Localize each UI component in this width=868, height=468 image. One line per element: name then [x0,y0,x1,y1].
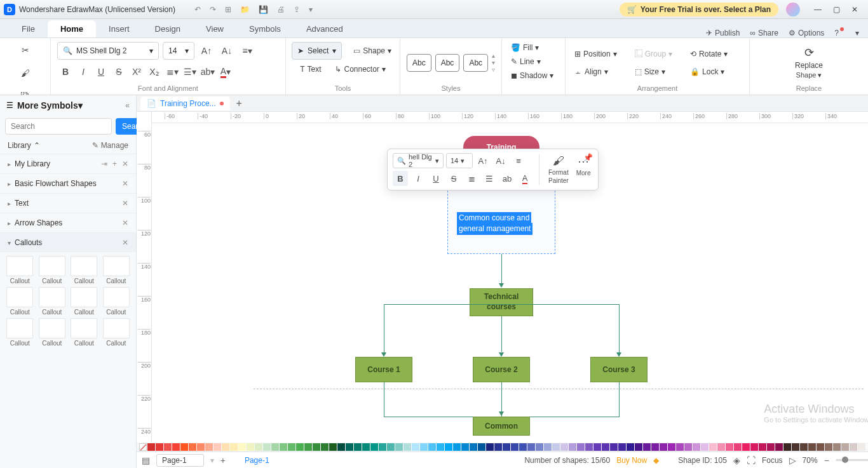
notifications-button[interactable]: ? [834,29,845,37]
position-button[interactable]: ⊞Position▾ [572,48,620,60]
strikethrough-icon[interactable]: S [111,64,127,80]
tab-file[interactable]: File [9,20,48,37]
color-swatch[interactable] [775,443,783,451]
highlight-icon[interactable]: ab▾ [200,64,216,80]
color-swatch[interactable] [767,443,775,451]
rotate-button[interactable]: ⟲Rotate▾ [688,48,730,60]
color-swatch[interactable] [717,443,725,451]
color-swatch[interactable] [833,443,841,451]
subscript-icon[interactable]: X₂ [146,64,163,80]
color-swatch[interactable] [437,443,444,451]
ctx-format-painter[interactable]: 🖌 Format Painter [546,153,571,185]
ctx-increase-font-icon[interactable]: A↑ [475,153,491,168]
shape-technical-courses[interactable]: Technical courses [470,288,533,316]
tab-advanced[interactable]: Advanced [294,20,356,37]
ribbon-collapse-icon[interactable]: ▾ [855,29,859,37]
color-swatch[interactable] [709,443,717,451]
color-swatch[interactable] [503,443,510,451]
color-swatch[interactable] [247,443,254,451]
style-preset-1[interactable]: Abc [407,54,431,72]
color-swatch[interactable] [445,443,452,451]
close-cat-icon[interactable]: ✕ [122,238,128,247]
shape-course-2[interactable]: Course 2 [473,357,530,382]
replace-shape-button[interactable]: ⟳ Replace Shape ▾ [790,43,828,82]
fill-button[interactable]: 🪣Fill▾ [508,42,541,53]
color-swatch[interactable] [461,443,469,451]
cut-icon[interactable]: ✂ [17,42,34,58]
redo-icon[interactable]: ↷ [210,5,216,14]
color-swatch[interactable] [825,443,832,451]
connector[interactable] [619,382,620,417]
open-icon[interactable]: 📁 [240,5,250,14]
maximize-icon[interactable]: ▢ [833,5,840,14]
color-swatch[interactable] [585,443,593,451]
tab-insert[interactable]: Insert [96,20,142,37]
color-swatch[interactable] [329,443,337,451]
close-cat-icon[interactable]: ✕ [122,179,128,188]
color-swatch[interactable] [511,443,519,451]
italic-icon[interactable]: I [75,64,92,80]
ctx-italic-icon[interactable]: I [410,171,426,186]
cat-my-library[interactable]: ▸My Library⇥+✕ [0,154,136,173]
group-button[interactable]: ⿺Group▾ [632,48,675,60]
tab-view[interactable]: View [193,20,236,37]
user-avatar[interactable] [786,3,800,17]
editing-text-line1[interactable]: Common course and [457,212,531,224]
export-icon[interactable]: ⇪ [294,5,300,14]
collapse-panel-icon[interactable]: « [125,101,130,110]
text-tool[interactable]: TText [297,64,323,75]
color-swatch[interactable] [238,443,246,451]
color-swatch[interactable] [701,443,709,451]
qat-dropdown-icon[interactable]: ▾ [309,5,313,14]
save-icon[interactable]: 💾 [259,5,268,14]
close-cat-icon[interactable]: ✕ [122,218,128,227]
lock-button[interactable]: 🔒Lock▾ [688,66,730,77]
color-swatch[interactable] [362,443,370,451]
page-selector[interactable]: Page-1 [156,454,204,467]
color-swatch[interactable] [858,443,865,451]
color-swatch[interactable] [147,443,155,451]
color-swatch[interactable] [263,443,271,451]
color-swatch[interactable] [379,443,386,451]
color-swatch[interactable] [527,443,535,451]
shape-course-1[interactable]: Course 1 [355,357,412,382]
color-swatch[interactable] [478,443,485,451]
style-preset-2[interactable]: Abc [435,54,460,72]
cat-basic-flowchart[interactable]: ▸Basic Flowchart Shapes✕ [0,173,136,193]
color-swatch[interactable] [577,443,585,451]
color-swatch[interactable] [395,443,403,451]
callout-thumb[interactable]: Callout [5,256,35,284]
no-fill-swatch[interactable] [139,443,147,451]
style-more-icon[interactable]: ▿ [492,66,495,73]
color-swatch[interactable] [214,443,221,451]
color-swatch[interactable] [197,443,205,451]
line-spacing-icon[interactable]: ≣▾ [164,64,180,80]
minimize-icon[interactable]: — [814,5,822,14]
color-swatch[interactable] [684,443,692,451]
font-size-combo[interactable]: 14▾ [163,42,194,60]
callout-thumb[interactable]: Callout [37,256,67,284]
tab-design[interactable]: Design [142,20,193,37]
color-swatch[interactable] [783,443,791,451]
zoom-out-icon[interactable]: − [824,455,829,465]
zoom-slider[interactable] [836,459,868,461]
cat-text[interactable]: ▸Text✕ [0,193,136,213]
color-swatch[interactable] [660,443,667,451]
close-icon[interactable]: ✕ [851,5,858,14]
color-swatch[interactable] [370,443,378,451]
ctx-bullets-icon[interactable]: ☰ [482,171,497,186]
library-label[interactable]: Library [8,141,31,150]
ctx-font-combo[interactable]: 🔍hell Dlg 2▾ [393,153,444,168]
canvas[interactable]: Training Common course and general manag… [152,123,868,443]
editing-text-line2[interactable]: general management [457,223,532,235]
color-swatch[interactable] [792,443,799,451]
add-page-icon[interactable]: + [220,455,226,465]
ctx-highlight-icon[interactable]: ab [499,171,515,186]
color-swatch[interactable] [304,443,312,451]
color-swatch[interactable] [180,443,188,451]
color-swatch[interactable] [412,443,419,451]
underline-icon[interactable]: U [93,64,109,80]
close-cat-icon[interactable]: ✕ [122,199,128,208]
connector[interactable] [384,304,384,354]
color-swatch[interactable] [643,443,651,451]
